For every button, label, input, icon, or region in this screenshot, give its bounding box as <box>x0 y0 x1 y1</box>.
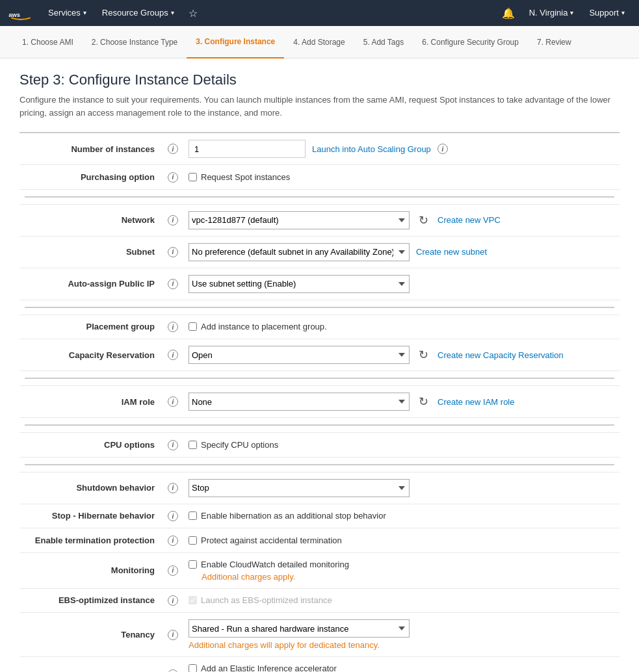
cpu-options-row: CPU options i Specify CPU options <box>20 433 619 458</box>
resource-groups-chevron-icon: ▾ <box>171 0 174 26</box>
create-capacity-link[interactable]: Create new Capacity Reservation <box>437 350 564 360</box>
support-nav[interactable]: Support ▾ <box>582 0 631 26</box>
ebs-optimized-info-icon[interactable]: i <box>168 595 178 606</box>
step-add-tags[interactable]: 5. Add Tags <box>354 26 413 58</box>
iam-role-select[interactable]: None <box>189 393 410 411</box>
network-info-icon[interactable]: i <box>168 215 178 226</box>
cpu-options-info-icon[interactable]: i <box>168 440 178 450</box>
hibernate-behavior-info-icon[interactable]: i <box>168 511 178 521</box>
auto-assign-ip-info-icon[interactable]: i <box>168 279 178 289</box>
purchasing-option-row: Purchasing option i Request Spot instanc… <box>20 165 619 190</box>
iam-role-refresh-button[interactable]: ↻ <box>416 394 431 409</box>
steps-bar: 1. Choose AMI 2. Choose Instance Type 3.… <box>0 26 639 58</box>
ebs-optimized-row: EBS-optimized instance i Launch as EBS-o… <box>20 588 619 613</box>
section-divider-5 <box>20 457 619 472</box>
page-description: Configure the instance to suit your requ… <box>20 94 619 119</box>
purchasing-option-info-icon[interactable]: i <box>168 172 178 183</box>
capacity-reservation-select[interactable]: Open <box>189 346 410 364</box>
monitoring-label: Monitoring <box>20 552 163 588</box>
cpu-options-checkbox[interactable] <box>189 441 197 449</box>
page-title: Step 3: Configure Instance Details <box>20 71 619 88</box>
top-nav: aws Services ▾ Resource Groups ▾ ☆ 🔔 N. … <box>0 0 639 26</box>
monitoring-checkbox[interactable] <box>189 560 197 569</box>
capacity-reservation-refresh-button[interactable]: ↻ <box>416 348 431 362</box>
network-select[interactable]: vpc-1281d877 (default) <box>189 211 410 229</box>
elastic-inference-checkbox[interactable] <box>189 664 197 672</box>
termination-protection-row: Enable termination protection i Protect … <box>20 528 619 553</box>
hibernate-behavior-label: Stop - Hibernate behavior <box>20 504 163 528</box>
create-iam-link[interactable]: Create new IAM role <box>437 397 515 407</box>
create-subnet-link[interactable]: Create new subnet <box>416 247 487 257</box>
number-of-instances-input[interactable] <box>189 140 306 158</box>
elastic-inference-label: Elastic Inference <box>20 657 163 673</box>
request-spot-checkbox[interactable] <box>189 173 197 181</box>
capacity-reservation-row: Capacity Reservation i Open ↻ Create new… <box>20 339 619 371</box>
create-vpc-link[interactable]: Create new VPC <box>437 215 501 225</box>
termination-check-label: Protect against accidental termination <box>189 536 614 545</box>
termination-protection-label: Enable termination protection <box>20 528 163 553</box>
tenancy-row: Tenancy i Shared - Run a shared hardware… <box>20 613 619 657</box>
monitoring-charges-link[interactable]: Additional charges apply. <box>189 572 295 582</box>
hibernate-check-label: Enable hibernation as an additional stop… <box>189 511 614 521</box>
step-add-storage[interactable]: 4. Add Storage <box>284 26 354 58</box>
monitoring-check-label: Enable CloudWatch detailed monitoring <box>189 560 614 569</box>
launch-asg-link[interactable]: Launch into Auto Scaling Group <box>312 144 431 154</box>
region-nav[interactable]: N. Virginia ▾ <box>523 0 580 26</box>
aws-logo[interactable]: aws <box>8 4 34 22</box>
step-review[interactable]: 7. Review <box>528 26 580 58</box>
hibernate-behavior-row: Stop - Hibernate behavior i Enable hiber… <box>20 504 619 528</box>
section-divider-3 <box>20 371 619 386</box>
placement-group-info-icon[interactable]: i <box>168 322 178 332</box>
network-label: Network <box>20 204 163 236</box>
launch-asg-info-icon[interactable]: i <box>437 144 448 154</box>
tenancy-charges-link[interactable]: Additional charges will apply for dedica… <box>189 640 380 650</box>
tenancy-label: Tenancy <box>20 613 163 657</box>
shutdown-behavior-row: Shutdown behavior i Stop Terminate <box>20 472 619 504</box>
region-chevron-icon: ▾ <box>570 0 573 26</box>
shutdown-behavior-info-icon[interactable]: i <box>168 483 178 493</box>
section-divider-4 <box>20 418 619 433</box>
step-choose-ami[interactable]: 1. Choose AMI <box>13 26 83 58</box>
termination-protection-info-icon[interactable]: i <box>168 536 178 546</box>
auto-assign-ip-select[interactable]: Use subnet setting (Enable) Enable Disab… <box>189 275 410 293</box>
step-choose-instance-type[interactable]: 2. Choose Instance Type <box>83 26 187 58</box>
tenancy-select[interactable]: Shared - Run a shared hardware instance … <box>189 619 410 638</box>
capacity-reservation-info-icon[interactable]: i <box>168 350 178 360</box>
shutdown-behavior-select[interactable]: Stop Terminate <box>189 479 410 497</box>
step-configure-security-group[interactable]: 6. Configure Security Group <box>413 26 528 58</box>
shutdown-behavior-label: Shutdown behavior <box>20 472 163 504</box>
subnet-info-icon[interactable]: i <box>168 247 178 257</box>
services-chevron-icon: ▾ <box>83 0 86 26</box>
request-spot-label: Request Spot instances <box>189 172 614 182</box>
hibernate-checkbox[interactable] <box>189 511 197 520</box>
ebs-optimized-checkbox <box>189 596 197 604</box>
monitoring-row: Monitoring i Enable CloudWatch detailed … <box>20 552 619 588</box>
placement-group-checkbox[interactable] <box>189 322 197 331</box>
section-divider-1 <box>20 189 619 204</box>
placement-group-check-label: Add instance to placement group. <box>189 322 614 331</box>
configure-form: Number of instances i Launch into Auto S… <box>20 132 619 672</box>
services-nav[interactable]: Services ▾ <box>42 0 93 26</box>
subnet-row: Subnet i No preference (default subnet i… <box>20 236 619 268</box>
iam-role-info-icon[interactable]: i <box>168 396 178 407</box>
placement-group-label: Placement group <box>20 315 163 339</box>
monitoring-info-icon[interactable]: i <box>168 565 178 576</box>
iam-role-label: IAM role <box>20 386 163 418</box>
elastic-inference-info-icon[interactable]: i <box>168 669 178 672</box>
termination-protection-checkbox[interactable] <box>189 536 197 545</box>
elastic-check-label: Add an Elastic Inference accelerator <box>189 664 614 672</box>
subnet-select[interactable]: No preference (default subnet in any Ava… <box>189 243 410 261</box>
network-refresh-button[interactable]: ↻ <box>416 213 431 227</box>
capacity-reservation-label: Capacity Reservation <box>20 339 163 371</box>
auto-assign-ip-row: Auto-assign Public IP i Use subnet setti… <box>20 268 619 300</box>
cpu-options-label: CPU options <box>20 433 163 458</box>
bell-icon[interactable]: 🔔 <box>497 7 520 19</box>
resource-groups-nav[interactable]: Resource Groups ▾ <box>96 0 181 26</box>
purchasing-option-label: Purchasing option <box>20 165 163 190</box>
star-icon[interactable]: ☆ <box>183 7 203 19</box>
tenancy-info-icon[interactable]: i <box>168 630 178 640</box>
elastic-inference-row: Elastic Inference i Add an Elastic Infer… <box>20 657 619 673</box>
number-of-instances-info-icon[interactable]: i <box>168 144 178 154</box>
placement-group-row: Placement group i Add instance to placem… <box>20 315 619 339</box>
step-configure-instance[interactable]: 3. Configure Instance <box>187 26 284 58</box>
